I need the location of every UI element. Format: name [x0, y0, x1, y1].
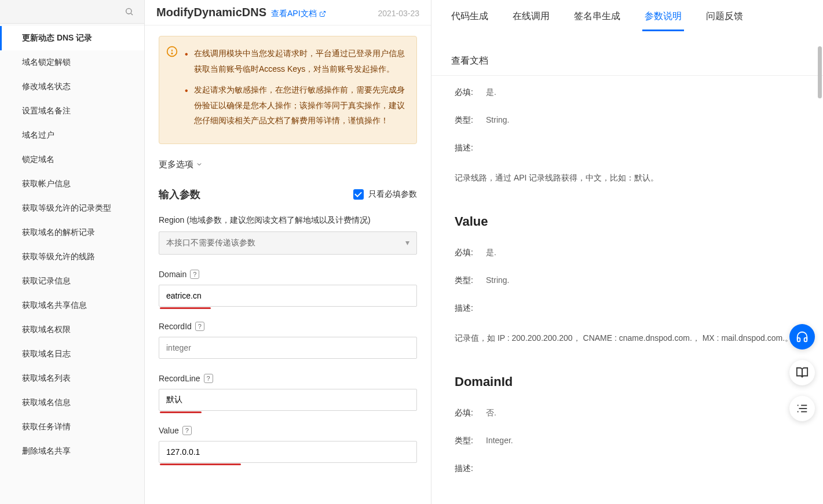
recordid-input[interactable]: [159, 337, 417, 359]
external-link-icon: [319, 10, 326, 17]
view-api-doc-link[interactable]: 查看API文档: [271, 9, 326, 19]
sidebar-item[interactable]: 删除域名共享: [0, 439, 144, 463]
domain-group: Domain ?: [159, 270, 417, 307]
floating-buttons: [789, 324, 815, 421]
required-row: 必填:是.: [455, 248, 800, 258]
tab[interactable]: 签名串生成: [572, 6, 623, 31]
sidebar-item[interactable]: 修改域名状态: [0, 75, 144, 99]
sidebar-item[interactable]: 获取等级允许的线路: [0, 245, 144, 269]
sidebar-item[interactable]: 获取域名权限: [0, 318, 144, 342]
svg-line-2: [322, 12, 325, 15]
required-row: 必填:否.: [455, 408, 800, 418]
param-name: DomainId: [455, 374, 800, 389]
help-icon[interactable]: ?: [195, 322, 204, 331]
recordline-label: RecordLine: [159, 374, 200, 383]
sidebar-item[interactable]: 获取记录信息: [0, 269, 144, 293]
recordid-group: RecordId ?: [159, 322, 417, 359]
sidebar-item[interactable]: 获取域名共享信息: [0, 293, 144, 318]
doc-link-label: 查看API文档: [271, 9, 317, 19]
tab[interactable]: 问题反馈: [704, 6, 745, 31]
docs-button[interactable]: [789, 360, 815, 385]
sidebar-item[interactable]: 获取等级允许的记录类型: [0, 196, 144, 220]
svg-point-5: [171, 53, 173, 54]
book-icon: [796, 366, 809, 379]
required-row: 必填:是.: [455, 87, 800, 98]
api-title: ModifyDynamicDNS: [156, 6, 266, 19]
value-input[interactable]: [159, 441, 417, 463]
domain-input[interactable]: [159, 285, 417, 307]
type-row: 类型:String.: [455, 275, 800, 286]
help-icon[interactable]: ?: [182, 426, 192, 435]
warning-item: 发起请求为敏感操作，在您进行敏感操作前，需要先完成身份验证以确保是您本人操作；该…: [185, 82, 407, 128]
more-options-label: 更多选项: [159, 159, 193, 170]
doc-section: 必填:是.类型:String.描述:记录线路，通过 API 记录线路获得，中文，…: [455, 87, 800, 185]
more-options-toggle[interactable]: 更多选项: [159, 159, 203, 170]
desc-text: 记录值，如 IP : 200.200.200.200， CNAME : cnam…: [455, 331, 800, 345]
warning-icon: [166, 46, 178, 57]
sidebar-item[interactable]: 获取域名信息: [0, 391, 144, 415]
type-row: 类型:String.: [455, 115, 800, 126]
sidebar-list: 更新动态 DNS 记录域名锁定解锁修改域名状态设置域名备注域名过户锁定域名获取帐…: [0, 24, 144, 504]
middle-panel: ModifyDynamicDNS 查看API文档 2021-03-23 在线调用…: [145, 0, 431, 504]
required-only-row: 只看必填参数: [353, 189, 417, 200]
recordid-label: RecordId: [159, 322, 192, 331]
desc-text: 记录线路，通过 API 记录线路获得，中文，比如：默认。: [455, 171, 800, 185]
toc-button[interactable]: [789, 396, 815, 421]
search-input[interactable]: [6, 3, 138, 20]
region-label: Region (地域参数，建议您阅读文档了解地域以及计费情况): [159, 215, 417, 226]
recordline-group: RecordLine ?: [159, 374, 417, 411]
value-group: Value ?: [159, 426, 417, 463]
sidebar-item[interactable]: 获取任务详情: [0, 415, 144, 439]
warning-box: 在线调用模块中当您发起请求时，平台通过已登录用户信息获取当前账号临时Access…: [159, 36, 417, 144]
sidebar-item[interactable]: 获取帐户信息: [0, 172, 144, 196]
param-header: 输入参数 只看必填参数: [159, 187, 417, 201]
tabs: 代码生成在线调用签名串生成参数说明问题反馈查看文档: [431, 0, 823, 76]
tab[interactable]: 在线调用: [510, 6, 552, 31]
middle-header: ModifyDynamicDNS 查看API文档 2021-03-23: [145, 0, 431, 25]
tab[interactable]: 查看文档: [449, 50, 491, 75]
middle-body: 在线调用模块中当您发起请求时，平台通过已登录用户信息获取当前账号临时Access…: [145, 25, 431, 504]
value-label: Value: [159, 426, 179, 435]
sidebar-item[interactable]: 获取域名列表: [0, 366, 144, 391]
warning-item: 在线调用模块中当您发起请求时，平台通过已登录用户信息获取当前账号临时Access…: [185, 46, 407, 76]
sidebar-item[interactable]: 获取域名的解析记录: [0, 220, 144, 245]
required-only-label: 只看必填参数: [368, 189, 417, 200]
search-icon: [125, 7, 134, 16]
region-select[interactable]: 本接口不需要传递该参数 ▾: [159, 231, 417, 255]
right-body: 必填:是.类型:String.描述:记录线路，通过 API 记录线路获得，中文，…: [431, 76, 823, 504]
list-icon: [796, 402, 809, 415]
doc-section: DomainId必填:否.类型:Integer.描述:: [455, 374, 800, 474]
caret-down-icon: ▾: [405, 238, 409, 247]
desc-label-row: 描述:: [455, 143, 800, 153]
desc-label-row: 描述:: [455, 463, 800, 474]
headset-icon: [796, 330, 809, 343]
svg-point-0: [126, 9, 131, 14]
param-name: Value: [455, 214, 800, 229]
desc-label-row: 描述:: [455, 303, 800, 314]
warning-list: 在线调用模块中当您发起请求时，平台通过已登录用户信息获取当前账号临时Access…: [185, 46, 407, 134]
chevron-down-icon: [196, 161, 203, 168]
tab[interactable]: 代码生成: [449, 6, 491, 31]
tab[interactable]: 参数说明: [642, 6, 684, 31]
sidebar-item[interactable]: 域名过户: [0, 123, 144, 148]
required-only-checkbox[interactable]: [353, 189, 364, 200]
search-box: [0, 0, 144, 24]
region-group: Region (地域参数，建议您阅读文档了解地域以及计费情况) 本接口不需要传递…: [159, 215, 417, 255]
type-row: 类型:Integer.: [455, 436, 800, 446]
doc-section: Value必填:是.类型:String.描述:记录值，如 IP : 200.20…: [455, 214, 800, 345]
sidebar-item[interactable]: 锁定域名: [0, 148, 144, 172]
help-icon[interactable]: ?: [204, 374, 213, 383]
sidebar-item[interactable]: 获取域名日志: [0, 342, 144, 366]
svg-line-1: [131, 13, 133, 15]
right-panel: 代码生成在线调用签名串生成参数说明问题反馈查看文档 必填:是.类型:String…: [431, 0, 823, 504]
sidebar-item[interactable]: 设置域名备注: [0, 99, 144, 123]
region-value: 本接口不需要传递该参数: [166, 238, 255, 247]
domain-label: Domain: [159, 270, 186, 279]
help-icon[interactable]: ?: [190, 270, 199, 279]
recordline-input[interactable]: [159, 389, 417, 411]
scrollbar-thumb[interactable]: [818, 46, 822, 98]
sidebar-item[interactable]: 更新动态 DNS 记录: [0, 26, 144, 50]
sidebar-item[interactable]: 域名锁定解锁: [0, 50, 144, 75]
param-title: 输入参数: [159, 187, 200, 201]
support-button[interactable]: [789, 324, 815, 350]
